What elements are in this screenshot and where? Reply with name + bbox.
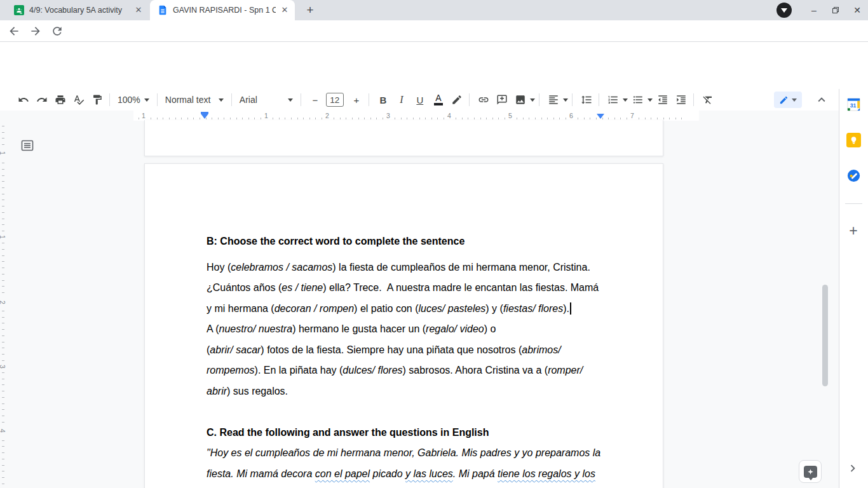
explore-button[interactable] xyxy=(799,460,822,483)
classroom-icon xyxy=(14,5,24,15)
ruler-tick xyxy=(358,118,359,119)
doc-text-flagged: y las luces xyxy=(405,468,453,479)
ruler-tick xyxy=(2,459,4,459)
font-select[interactable]: Arial xyxy=(236,92,297,108)
doc-text-segment: nuestro/ nuestra xyxy=(219,323,293,334)
close-window-button[interactable]: ✕ xyxy=(846,0,868,20)
ruler-tick xyxy=(2,132,4,133)
ruler-tick xyxy=(230,118,231,119)
tab-classroom[interactable]: 4/9: Vocabulary 5A activity ✕ xyxy=(6,0,149,20)
doc-text-segment: fiestas/ flores xyxy=(503,303,563,314)
italic-button[interactable]: I xyxy=(393,92,410,108)
ruler-tick xyxy=(340,118,341,119)
doc-text-segment: ¿Cuántos años ( xyxy=(207,282,281,293)
clear-formatting-icon[interactable] xyxy=(700,92,716,108)
get-addons-plus-icon[interactable]: + xyxy=(846,224,860,238)
line-spacing-icon[interactable] xyxy=(578,92,595,108)
google-side-panel: 31 + xyxy=(839,89,868,488)
font-size-decrease-button[interactable]: − xyxy=(307,92,323,108)
ruler-number: 4 xyxy=(447,112,451,119)
ruler-tick xyxy=(486,118,487,119)
tab-close-icon[interactable]: ✕ xyxy=(133,5,144,15)
chevron-down-icon[interactable] xyxy=(623,98,628,102)
toolbar-divider xyxy=(109,93,110,106)
browser-window: 4/9: Vocabulary 5A activity ✕ GAVIN RAPI… xyxy=(0,0,868,488)
paint-format-icon[interactable] xyxy=(89,92,105,108)
ruler-tick xyxy=(2,336,4,336)
vertical-ruler: 11234 xyxy=(0,121,10,488)
ruler-tick xyxy=(2,416,4,416)
left-indent-marker[interactable] xyxy=(201,114,208,119)
highlight-color-button[interactable] xyxy=(449,92,465,108)
print-icon[interactable] xyxy=(52,92,69,108)
chevron-down-icon[interactable] xyxy=(563,98,568,102)
restore-button[interactable] xyxy=(825,0,846,20)
bold-button[interactable]: B xyxy=(375,92,391,108)
vertical-scrollbar[interactable] xyxy=(822,285,828,386)
ruler-tick xyxy=(2,144,4,145)
doc-text-segment: abrir xyxy=(207,386,227,396)
ruler-tick xyxy=(2,274,4,274)
show-side-panel-chevron-icon[interactable] xyxy=(846,461,860,475)
ruler-tick xyxy=(480,118,481,119)
ruler-tick xyxy=(2,255,4,256)
doc-text-segment: ) sabrosos. Ahora Cristina va a ( xyxy=(403,365,548,376)
ruler-tick xyxy=(2,200,4,200)
numbered-list-icon[interactable] xyxy=(605,92,621,108)
doc-text-segment: es / tiene xyxy=(281,282,323,293)
ruler-tick xyxy=(376,118,377,119)
font-size-increase-button[interactable]: + xyxy=(348,92,365,108)
ruler-tick xyxy=(2,422,4,423)
text-color-button[interactable]: A xyxy=(430,92,447,108)
insert-image-icon[interactable] xyxy=(512,92,529,108)
back-icon[interactable] xyxy=(6,24,22,39)
show-outline-icon[interactable] xyxy=(20,138,35,153)
bulleted-list-icon[interactable] xyxy=(630,92,646,108)
ruler-tick xyxy=(242,118,243,119)
underline-button[interactable]: U xyxy=(412,92,428,108)
undo-icon[interactable] xyxy=(15,92,32,108)
tab-close-icon[interactable]: ✕ xyxy=(280,5,290,15)
doc-text-segment: abrir/ sacar xyxy=(210,344,261,355)
page-1-bottom[interactable] xyxy=(144,120,663,156)
chevron-down-icon[interactable] xyxy=(648,98,653,102)
right-indent-marker[interactable] xyxy=(597,114,604,119)
ruler-tick xyxy=(303,118,304,119)
doc-text-segment: Hoy ( xyxy=(207,262,231,273)
add-comment-icon[interactable] xyxy=(494,92,510,108)
doc-text-segment: y mi hermana ( xyxy=(207,303,275,314)
keep-icon[interactable] xyxy=(846,133,861,147)
redo-icon[interactable] xyxy=(34,92,50,108)
doc-text-segment: . Mi papá xyxy=(453,468,498,479)
document-workspace: 11234 B: Choose the correct word to comp… xyxy=(0,121,868,488)
align-icon[interactable] xyxy=(545,92,562,108)
hide-menus-chevron-icon[interactable] xyxy=(815,93,829,107)
ruler-number: 1 xyxy=(0,151,6,155)
tab-docs[interactable]: GAVIN RAPISARDI - Spn 1 Cap ✕ xyxy=(150,0,295,20)
zoom-select[interactable]: 100% xyxy=(114,92,153,108)
decrease-indent-icon[interactable] xyxy=(654,92,671,108)
ruler-tick xyxy=(395,118,395,119)
media-controls-button[interactable] xyxy=(776,3,792,18)
spellcheck-icon[interactable] xyxy=(71,92,87,108)
tasks-icon[interactable] xyxy=(846,168,861,183)
increase-indent-icon[interactable] xyxy=(673,92,689,108)
new-tab-button[interactable]: + xyxy=(302,3,318,18)
ruler-tick xyxy=(2,212,4,213)
forward-icon[interactable] xyxy=(28,24,43,39)
minimize-button[interactable]: – xyxy=(803,0,825,20)
doc-text-segment: ) fotos de la fiesta. Siempre hay una pi… xyxy=(261,344,522,355)
ruler-number: 2 xyxy=(325,112,329,119)
ruler-tick xyxy=(261,118,261,119)
insert-link-icon[interactable] xyxy=(475,92,492,108)
calendar-icon[interactable]: 31 xyxy=(846,97,861,112)
font-size-input[interactable]: 12 xyxy=(326,93,344,107)
styles-select[interactable]: Normal text xyxy=(161,92,227,108)
page-2[interactable]: B: Choose the correct word to complete t… xyxy=(144,163,663,488)
ruler-tick xyxy=(200,118,200,119)
ruler-tick xyxy=(578,118,578,119)
ruler-number: 4 xyxy=(0,429,6,433)
chevron-down-icon[interactable] xyxy=(530,98,535,102)
reload-icon[interactable] xyxy=(50,24,65,39)
editing-mode-button[interactable] xyxy=(774,92,802,108)
